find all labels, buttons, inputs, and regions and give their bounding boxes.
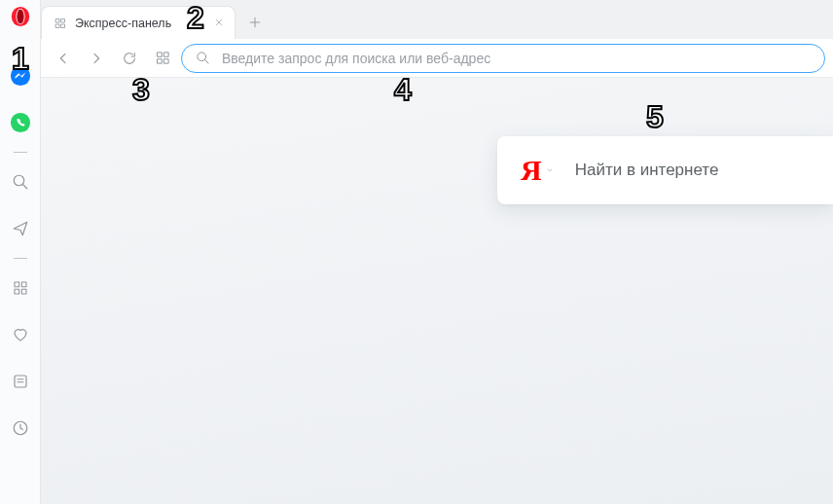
svg-line-6 bbox=[22, 184, 27, 189]
opera-logo[interactable] bbox=[10, 6, 31, 27]
speeddial-search-card[interactable]: Я Найти в интернете bbox=[497, 136, 833, 204]
svg-rect-24 bbox=[163, 53, 167, 56]
whatsapp-icon bbox=[10, 112, 31, 133]
speeddial-button[interactable] bbox=[148, 44, 177, 73]
tab-favicon bbox=[54, 17, 67, 30]
chevron-right-icon bbox=[89, 51, 104, 66]
new-tab-button[interactable] bbox=[239, 7, 271, 38]
grid-icon bbox=[13, 280, 28, 296]
svg-rect-9 bbox=[15, 289, 19, 294]
address-bar[interactable] bbox=[181, 44, 825, 73]
caret-down-icon bbox=[546, 166, 554, 174]
magnifier-icon bbox=[196, 51, 210, 65]
magnifier-icon bbox=[12, 173, 29, 191]
opera-icon bbox=[10, 6, 31, 27]
send-icon bbox=[12, 220, 29, 237]
svg-rect-15 bbox=[56, 18, 60, 22]
news-icon bbox=[12, 373, 29, 390]
sidebar-item-bookmarks[interactable] bbox=[5, 318, 36, 351]
chevron-left-icon bbox=[55, 51, 71, 66]
svg-rect-8 bbox=[21, 282, 26, 287]
sidebar-item-messenger[interactable] bbox=[5, 59, 36, 92]
svg-line-28 bbox=[204, 59, 208, 63]
svg-rect-17 bbox=[56, 24, 60, 28]
heart-icon bbox=[12, 326, 29, 343]
grid-icon bbox=[54, 18, 66, 29]
sidebar-separator bbox=[14, 258, 27, 259]
svg-rect-18 bbox=[61, 24, 65, 28]
svg-rect-7 bbox=[15, 282, 19, 287]
reload-button[interactable] bbox=[115, 44, 144, 73]
svg-rect-11 bbox=[15, 376, 26, 387]
svg-rect-10 bbox=[21, 289, 26, 294]
sidebar-item-speeddial[interactable] bbox=[5, 271, 36, 305]
tab-speeddial[interactable]: Экспресс-панель bbox=[41, 6, 235, 39]
sidebar-item-flow[interactable] bbox=[5, 212, 36, 245]
speeddial-page: Я Найти в интернете bbox=[41, 78, 833, 504]
plus-icon bbox=[248, 16, 262, 29]
svg-rect-25 bbox=[157, 59, 161, 63]
svg-point-2 bbox=[17, 9, 23, 23]
svg-rect-23 bbox=[157, 53, 161, 56]
tab-close-button[interactable] bbox=[211, 15, 227, 30]
toolbar bbox=[41, 39, 833, 78]
reload-icon bbox=[122, 51, 137, 66]
sidebar-item-history[interactable] bbox=[5, 412, 36, 445]
sidebar-item-whatsapp[interactable] bbox=[5, 106, 36, 139]
messenger-icon bbox=[10, 65, 31, 87]
sidebar bbox=[0, 0, 41, 504]
svg-rect-26 bbox=[163, 59, 167, 63]
svg-rect-16 bbox=[61, 18, 65, 22]
speeddial-search-placeholder: Найти в интернете bbox=[575, 161, 719, 180]
clock-icon bbox=[12, 419, 29, 437]
sidebar-item-news[interactable] bbox=[5, 365, 36, 398]
tab-title: Экспресс-панель bbox=[75, 17, 171, 30]
forward-button[interactable] bbox=[82, 44, 111, 73]
back-button[interactable] bbox=[49, 44, 78, 73]
address-input[interactable] bbox=[220, 50, 811, 67]
search-provider-caret[interactable] bbox=[546, 166, 554, 174]
close-icon bbox=[214, 18, 224, 27]
tab-strip: Экспресс-панель bbox=[41, 0, 833, 39]
yandex-logo: Я bbox=[521, 154, 542, 187]
grid-icon bbox=[156, 51, 170, 65]
sidebar-separator bbox=[14, 152, 27, 153]
sidebar-item-search[interactable] bbox=[5, 165, 36, 198]
